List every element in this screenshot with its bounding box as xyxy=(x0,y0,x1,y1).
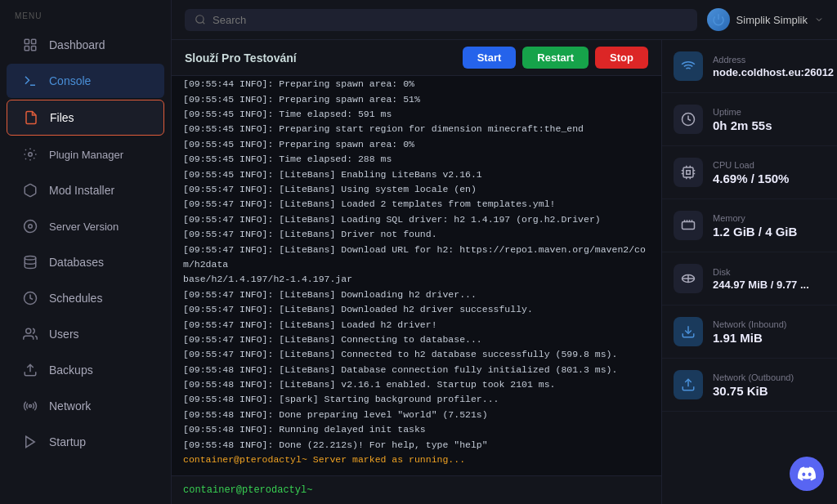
svg-marker-11 xyxy=(26,436,35,448)
log-line: [09:55:45 INFO]: Preparing start region … xyxy=(183,122,650,136)
console-input[interactable] xyxy=(319,484,650,496)
mod-icon xyxy=(21,181,39,199)
sidebar-item-startup[interactable]: Startup xyxy=(7,425,164,459)
svg-rect-0 xyxy=(25,39,29,43)
log-line: container@pterodactyl~ Server marked as … xyxy=(183,453,650,467)
search-input[interactable] xyxy=(213,14,687,26)
stat-network-outbound: Network (Outbound) 30.75 KiB xyxy=(662,359,837,412)
dashboard-icon xyxy=(21,36,39,54)
svg-point-6 xyxy=(29,225,33,229)
header: Simplik Simplik xyxy=(172,0,837,40)
svg-point-12 xyxy=(196,16,204,23)
sidebar-item-plugin-manager[interactable]: Plugin Manager xyxy=(7,137,164,172)
sidebar-item-network[interactable]: Network xyxy=(7,389,164,423)
sidebar-item-backups[interactable]: Backups xyxy=(7,353,164,387)
stat-uptime-info: Uptime 0h 2m 55s xyxy=(713,107,772,132)
console-wrapper: Slouží Pro Testování Start Restart Stop … xyxy=(172,40,837,504)
log-line: [09:55:45 INFO]: Preparing spawn area: 5… xyxy=(183,92,650,107)
stat-memory-info: Memory 1.2 GiB / 4 GiB xyxy=(713,213,797,239)
user-menu[interactable]: Simplik Simplik xyxy=(707,8,824,31)
log-line: [09:55:47 INFO]: [LiteBans] Connected to… xyxy=(183,347,650,362)
log-line: [09:55:45 INFO]: Preparing spawn area: 0… xyxy=(183,137,650,152)
user-name: Simplik Simplik xyxy=(736,14,808,26)
avatar xyxy=(707,8,730,31)
address-value: node.coldhost.eu:26012 xyxy=(713,66,834,78)
restart-button[interactable]: Restart xyxy=(522,47,589,69)
log-line: [09:55:44 INFO]: Preparing spawn area: 0… xyxy=(183,77,650,91)
stat-outbound-info: Network (Outbound) 30.75 KiB xyxy=(713,372,794,398)
sidebar-item-files[interactable]: Files xyxy=(7,100,164,136)
log-line: [09:55:47 INFO]: [LiteBans] Loaded h2 dr… xyxy=(183,318,650,332)
sidebar-item-schedules[interactable]: Schedules xyxy=(7,281,164,315)
sidebar-item-schedules-label: Schedules xyxy=(49,292,102,305)
network-icon xyxy=(21,397,39,415)
memory-icon xyxy=(674,211,703,240)
disk-value: 244.97 MiB / 9.77 ... xyxy=(713,279,809,291)
log-line: [09:55:45 INFO]: Time elapsed: 591 ms xyxy=(183,107,650,122)
sidebar-item-dashboard[interactable]: Dashboard xyxy=(7,28,164,62)
console-main: Slouží Pro Testování Start Restart Stop … xyxy=(172,40,661,504)
log-line: [09:55:45 INFO]: Time elapsed: 288 ms xyxy=(183,152,650,167)
log-line: [09:55:47 INFO]: [LiteBans] Downloading … xyxy=(183,288,650,302)
inbound-label: Network (Inbound) xyxy=(713,319,787,329)
right-panel: Address node.coldhost.eu:26012 Uptime 0h… xyxy=(661,40,837,504)
startup-icon xyxy=(21,433,39,451)
toolbar-buttons: Start Restart Stop xyxy=(463,47,648,69)
server-icon xyxy=(21,217,39,235)
console-input-bar: container@pterodactyl~ xyxy=(172,475,661,504)
svg-point-7 xyxy=(25,256,36,261)
sidebar-item-console[interactable]: Console xyxy=(7,64,164,98)
log-line: [09:55:48 INFO]: Done (22.212s)! For hel… xyxy=(183,438,650,453)
stat-memory: Memory 1.2 GiB / 4 GiB xyxy=(662,199,837,252)
search-icon xyxy=(195,14,206,25)
sidebar-item-databases[interactable]: Databases xyxy=(7,245,164,279)
svg-rect-2 xyxy=(25,47,29,51)
main-content: Simplik Simplik Slouží Pro Testování Sta… xyxy=(172,0,837,504)
backups-icon xyxy=(21,361,39,379)
svg-line-13 xyxy=(203,22,205,25)
search-box[interactable] xyxy=(185,9,697,31)
address-label: Address xyxy=(713,55,834,65)
svg-rect-15 xyxy=(683,167,693,177)
clock-icon xyxy=(674,105,703,134)
plugin-icon xyxy=(21,145,39,163)
sidebar-item-users-label: Users xyxy=(49,328,79,341)
log-line: [09:55:47 INFO]: [LiteBans] Using system… xyxy=(183,182,650,197)
log-line: [09:55:48 INFO]: [LiteBans] v2.16.1 enab… xyxy=(183,377,650,392)
cpu-icon xyxy=(674,158,703,187)
discord-icon xyxy=(798,465,816,483)
uptime-label: Uptime xyxy=(713,107,772,117)
power-icon xyxy=(712,13,725,26)
start-button[interactable]: Start xyxy=(463,47,517,69)
sidebar-item-console-label: Console xyxy=(49,74,91,87)
sidebar-item-users[interactable]: Users xyxy=(7,317,164,351)
stat-address-info: Address node.coldhost.eu:26012 xyxy=(713,55,834,78)
log-line: [09:55:47 INFO]: [LiteBans] Downloaded h… xyxy=(183,302,650,317)
sidebar-item-databases-label: Databases xyxy=(49,256,104,269)
download-icon xyxy=(674,317,703,346)
sidebar-item-mod-installer[interactable]: Mod Installer xyxy=(7,173,164,207)
stop-button[interactable]: Stop xyxy=(595,47,648,69)
svg-rect-25 xyxy=(683,222,695,230)
svg-point-5 xyxy=(29,153,33,157)
sidebar-item-plugin-label: Plugin Manager xyxy=(49,149,123,161)
log-line: [09:55:47 INFO]: [LiteBans] Connecting t… xyxy=(183,332,650,347)
cpu-value: 4.69% / 150% xyxy=(713,172,789,185)
console-toolbar: Slouží Pro Testování Start Restart Stop xyxy=(172,40,661,76)
sidebar-item-server-version[interactable]: Server Version xyxy=(7,209,164,243)
memory-value: 1.2 GiB / 4 GiB xyxy=(713,225,797,239)
discord-button[interactable] xyxy=(790,457,824,491)
menu-label: MENU xyxy=(0,0,171,27)
svg-rect-1 xyxy=(32,39,36,43)
uptime-value: 0h 2m 55s xyxy=(713,118,772,132)
outbound-value: 30.75 KiB xyxy=(713,384,794,398)
sidebar-item-mod-label: Mod Installer xyxy=(49,184,114,197)
files-icon xyxy=(22,109,40,127)
log-line: [09:55:47 INFO]: [LiteBans] Download URL… xyxy=(183,243,650,288)
stat-address: Address node.coldhost.eu:26012 xyxy=(662,40,837,93)
stat-disk: Disk 244.97 MiB / 9.77 ... xyxy=(662,252,837,306)
console-icon xyxy=(21,72,39,90)
cpu-label: CPU Load xyxy=(713,160,789,170)
sidebar-item-backups-label: Backups xyxy=(49,364,93,377)
log-line: [09:55:47 INFO]: [LiteBans] Driver not f… xyxy=(183,227,650,242)
